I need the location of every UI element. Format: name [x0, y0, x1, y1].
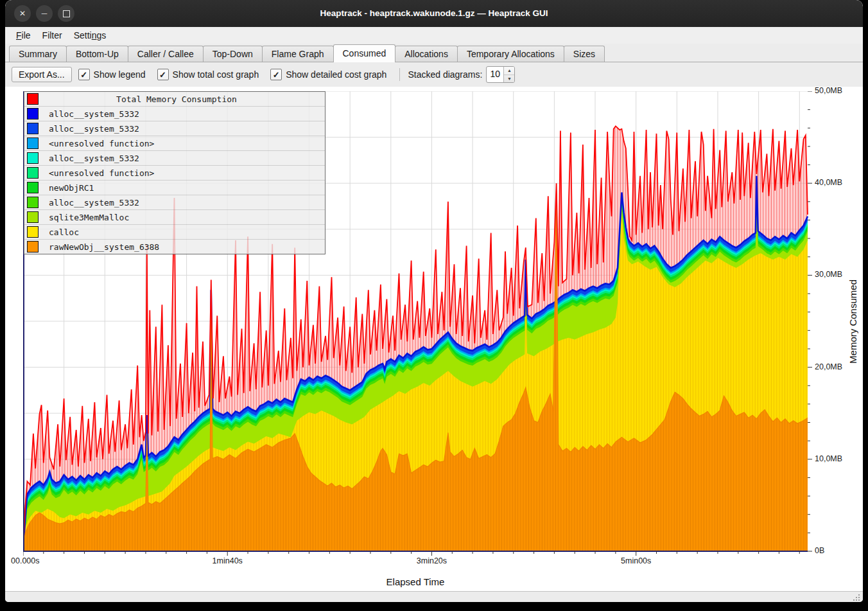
checkbox-show-detailed-cost-graph[interactable]: ✓Show detailed cost graph [270, 69, 386, 80]
legend-item-total-memory-consumption: Total Memory Consumption [24, 92, 325, 106]
legend-swatch [27, 211, 39, 223]
legend-swatch [27, 167, 39, 179]
y-tick-label: 30,0MB [815, 270, 842, 279]
y-tick-label: 10,0MB [815, 454, 842, 463]
stacked-diagrams-spinbox[interactable]: 10 ▲ ▼ [486, 66, 515, 83]
tabbar: SummaryBottom-UpCaller / CalleeTop-DownF… [5, 44, 863, 62]
checkbox-label: Show legend [94, 69, 146, 80]
legend-item-alloc-system-5332: alloc__system_5332 [24, 106, 325, 121]
toolbar: Export As... ✓Show legend✓Show total cos… [5, 62, 863, 87]
y-tick-label: 50,0MB [815, 86, 842, 95]
checkbox-show-total-cost-graph[interactable]: ✓Show total cost graph [157, 69, 259, 80]
stacked-diagrams-value[interactable]: 10 [487, 67, 503, 82]
x-tick-label: 1min40s [202, 556, 253, 565]
x-tick-label: 5min00s [611, 556, 662, 565]
y-tick-label: 0B [815, 546, 824, 555]
checkmark-icon: ✓ [78, 69, 90, 80]
statusbar [5, 591, 863, 602]
legend-label: alloc__system_5332 [49, 198, 139, 208]
legend-label: alloc__system_5332 [49, 154, 139, 163]
tab-bottom-up[interactable]: Bottom-Up [66, 46, 128, 62]
y-tick-label: 40,0MB [815, 178, 842, 187]
menu-filter[interactable]: Filter [37, 29, 68, 42]
legend-label: calloc [49, 227, 79, 237]
legend-item-alloc-system-5332: alloc__system_5332 [24, 195, 325, 209]
checkmark-icon: ✓ [270, 69, 282, 80]
menu-file[interactable]: File [10, 29, 37, 42]
legend-label: newObjRC1 [49, 183, 94, 193]
legend-label: sqlite3MemMalloc [49, 213, 129, 222]
menu-settings[interactable]: Settings [68, 29, 112, 42]
tab-consumed[interactable]: Consumed [333, 44, 396, 62]
chart-area: Total Memory Consumptionalloc__system_53… [5, 87, 863, 591]
export-as-button[interactable]: Export As... [12, 67, 72, 82]
menubar: FileFilterSettings [5, 27, 863, 44]
legend-item-alloc-system-5332: alloc__system_5332 [24, 150, 325, 165]
tab-top-down[interactable]: Top-Down [203, 46, 263, 62]
tab-summary[interactable]: Summary [9, 46, 67, 62]
legend-swatch [27, 108, 39, 120]
checkmark-icon: ✓ [157, 69, 169, 80]
checkbox-show-legend[interactable]: ✓Show legend [78, 69, 146, 80]
titlebar: ✕ ─ Heaptrack - heaptrack.wakunode.1.gz … [5, 0, 863, 27]
legend-label: <unresolved function> [49, 139, 154, 148]
legend-item-sqlite3memmalloc: sqlite3MemMalloc [24, 209, 325, 224]
chart-legend: Total Memory Consumptionalloc__system_53… [24, 91, 326, 254]
legend-item-alloc-system-5332: alloc__system_5332 [24, 121, 325, 136]
legend-item-unresolved-function: <unresolved function> [24, 165, 325, 180]
tab-temporary-allocations[interactable]: Temporary Allocations [457, 46, 564, 62]
tab-caller-callee[interactable]: Caller / Callee [128, 46, 204, 62]
legend-swatch [27, 241, 39, 252]
checkbox-label: Show detailed cost graph [286, 69, 386, 80]
y-axis-title: Memory Consumed [844, 91, 861, 551]
legend-swatch [27, 182, 39, 193]
legend-swatch [27, 123, 39, 134]
legend-label: alloc__system_5332 [49, 109, 139, 119]
legend-label: Total Memory Consumption [39, 94, 315, 104]
legend-swatch [27, 152, 39, 164]
y-tick-label: 20,0MB [815, 362, 842, 371]
toolbar-separator [399, 68, 400, 81]
legend-swatch [27, 226, 39, 238]
spin-down-button[interactable]: ▼ [504, 75, 514, 83]
legend-item-calloc: calloc [24, 224, 325, 239]
x-tick-label: 3min20s [406, 556, 457, 565]
x-axis-title: Elapsed Time [23, 576, 808, 587]
legend-label: rawNewObj__system_6388 [49, 242, 159, 252]
legend-swatch [27, 197, 39, 208]
legend-label: alloc__system_5332 [49, 124, 139, 134]
legend-item-unresolved-function: <unresolved function> [24, 136, 325, 150]
spin-up-button[interactable]: ▲ [504, 67, 514, 75]
checkbox-label: Show total cost graph [173, 69, 259, 80]
legend-item-newobjrc1: newObjRC1 [24, 180, 325, 195]
resize-grip[interactable] [853, 594, 860, 601]
legend-swatch [27, 93, 39, 105]
tab-flame-graph[interactable]: Flame Graph [262, 46, 334, 62]
tab-sizes[interactable]: Sizes [564, 46, 605, 62]
tab-allocations[interactable]: Allocations [395, 46, 458, 62]
window-title: Heaptrack - heaptrack.wakunode.1.gz — He… [5, 0, 863, 27]
x-tick-label: 00.000s [11, 556, 62, 565]
legend-swatch [27, 137, 39, 149]
legend-label: <unresolved function> [49, 168, 154, 178]
stacked-diagrams-label: Stacked diagrams: [408, 69, 482, 80]
heaptrack-window: ✕ ─ Heaptrack - heaptrack.wakunode.1.gz … [5, 0, 863, 602]
legend-item-rawnewobj-system-6388: rawNewObj__system_6388 [24, 239, 325, 254]
